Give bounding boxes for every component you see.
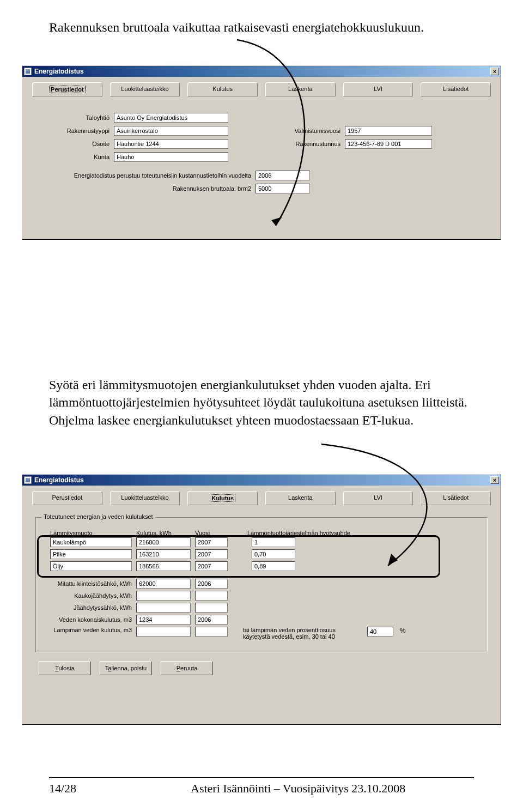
tab-perustiedot[interactable]: Perustiedot (32, 82, 102, 96)
label-lampimavesi: Lämpimän veden kulutus, m3 (50, 627, 132, 633)
tabs-1: Perustiedot Luokitteluasteikko Kulutus L… (32, 82, 491, 96)
label-jaahdytyssahko: Jäähdytyssähkö, kWh (50, 604, 132, 611)
label-lampimavesi-desc: tai lämpimän veden prosenttiosuus käytet… (243, 627, 363, 640)
heating-row: Öljy18656620070,89 (50, 561, 477, 571)
input-heating-kulutus[interactable]: 163210 (136, 549, 191, 559)
header-kulutus: Kulutus, kWh (136, 530, 191, 536)
label-osoite: Osoite (44, 141, 110, 147)
button-row: Tulosta Tallenna, poistu Peruuta (39, 661, 495, 675)
tab-luokittelu[interactable]: Luokitteluasteikko (110, 491, 180, 505)
input-lampimavesi-vuosi[interactable] (195, 627, 228, 637)
group-legend: Toteutuneet energian ja veden kulutukset (41, 513, 155, 520)
label-perustuu: Energiatodistus perustuu toteutuneisiin … (44, 172, 251, 179)
input-lampimavesi-pct[interactable]: 40 (367, 627, 393, 637)
label-vesikulutus: Veden kokonaiskulutus, m3 (50, 616, 132, 623)
input-heating-kulutus[interactable]: 216000 (136, 537, 191, 547)
input-rakennustunnus[interactable]: 123-456-7-89 D 001 (345, 139, 432, 149)
input-osoite[interactable]: Hauhontie 1244 (114, 139, 228, 149)
input-kiinteistosahko[interactable]: 62000 (136, 579, 191, 589)
heating-row: Kaukolämpö21600020071 (50, 537, 477, 547)
button-peruuta[interactable]: Peruuta (161, 661, 213, 675)
input-jaahdytyssahko-vuosi[interactable] (195, 603, 228, 613)
label-rakennustyyppi: Rakennustyyppi (44, 128, 110, 134)
label-kaukojaahdytys: Kaukojäähdytys, kWh (50, 592, 132, 599)
intro-text-1: Rakennuksen bruttoala vaikuttaa ratkaise… (49, 19, 474, 36)
input-kaukojaahdytys[interactable] (136, 591, 191, 601)
heating-row: Pilke16321020070,70 (50, 549, 477, 559)
tab-laskenta[interactable]: Laskenta (265, 82, 336, 96)
label-valmistumisvuosi: Valmistumisvuosi (270, 128, 340, 134)
tab-kulutus[interactable]: Kulutus (187, 491, 258, 505)
tab-laskenta[interactable]: Laskenta (265, 491, 336, 505)
footer-text: Asteri Isännöinti – Vuosipäivitys 23.10.… (191, 781, 474, 796)
grid-header: Lämmitysmuoto Kulutus, kWh Vuosi Lämmönt… (50, 530, 477, 536)
input-heating-suhde[interactable]: 0,70 (252, 549, 295, 559)
input-heating-suhde[interactable]: 1 (252, 537, 295, 547)
window-title-1: Energiatodistus (34, 68, 490, 75)
tab-luokittelu[interactable]: Luokitteluasteikko (110, 82, 180, 96)
tab-lvi[interactable]: LVI (343, 491, 413, 505)
input-bruttoala[interactable]: 5000 (256, 184, 310, 193)
window-kulutus: Energiatodistus × Perustiedot Luokittelu… (22, 474, 501, 725)
intro-text-2: Syötä eri lämmitysmuotojen energiankulut… (49, 376, 474, 429)
header-muoto: Lämmitysmuoto (50, 530, 132, 536)
close-icon[interactable]: × (490, 476, 499, 484)
page-footer: 14/28 Asteri Isännöinti – Vuosipäivitys … (49, 777, 474, 796)
button-tulosta[interactable]: Tulosta (39, 661, 91, 675)
input-vesikulutus[interactable]: 1234 (136, 615, 191, 625)
input-heating-vuosi[interactable]: 2007 (195, 549, 228, 559)
tab-perustiedot[interactable]: Perustiedot (32, 491, 102, 505)
label-pct-unit: % (400, 627, 406, 634)
input-kunta[interactable]: Hauho (114, 152, 228, 162)
button-tallenna[interactable]: Tallenna, poistu (100, 661, 152, 675)
input-valmistumisvuosi[interactable]: 1957 (345, 126, 432, 136)
tab-kulutus[interactable]: Kulutus (187, 82, 258, 96)
input-heating-kulutus[interactable]: 186566 (136, 561, 191, 571)
input-taloyhtio[interactable]: Asunto Oy Energiatodistus (114, 113, 228, 123)
label-kiinteistosahko: Mitattu kiinteistösähkö, kWh (50, 580, 132, 587)
tab-lisatiedot[interactable]: Lisätiedot (421, 491, 491, 505)
header-suhde: Lämmöntuottojärjestelmän hyötysuhde (247, 530, 378, 536)
tab-lisatiedot[interactable]: Lisätiedot (421, 82, 491, 96)
label-rakennustunnus: Rakennustunnus (270, 141, 340, 147)
label-kunta: Kunta (44, 154, 110, 160)
sys-icon (24, 68, 32, 75)
input-vesikulutus-vuosi[interactable]: 2006 (195, 615, 228, 625)
input-perustuu-vuosi[interactable]: 2006 (256, 171, 310, 180)
input-heating-muoto[interactable]: Kaukolämpö (50, 537, 132, 547)
sys-icon (24, 476, 32, 484)
window-perustiedot: Energiatodistus × Perustiedot Luokittelu… (22, 65, 501, 240)
titlebar-1: Energiatodistus × (22, 66, 501, 77)
label-bruttoala: Rakennuksen bruttoala, brm2 (44, 185, 251, 192)
input-lampimavesi[interactable] (136, 627, 191, 637)
footer-pagenum: 14/28 (49, 781, 114, 796)
input-heating-vuosi[interactable]: 2007 (195, 561, 228, 571)
input-heating-muoto[interactable]: Öljy (50, 561, 132, 571)
group-kulutukset: Toteutuneet energian ja veden kulutukset… (35, 517, 488, 652)
input-heating-muoto[interactable]: Pilke (50, 549, 132, 559)
close-icon[interactable]: × (490, 68, 499, 75)
tabs-2: Perustiedot Luokitteluasteikko Kulutus L… (32, 491, 491, 505)
label-taloyhtio: Taloyhtiö (44, 114, 110, 121)
input-heating-vuosi[interactable]: 2007 (195, 537, 228, 547)
window-title-2: Energiatodistus (34, 476, 490, 484)
input-heating-suhde[interactable]: 0,89 (252, 561, 295, 571)
header-vuosi: Vuosi (195, 530, 228, 536)
input-jaahdytyssahko[interactable] (136, 603, 191, 613)
input-kiinteistosahko-vuosi[interactable]: 2006 (195, 579, 228, 589)
input-kaukojaahdytys-vuosi[interactable] (195, 591, 228, 601)
tab-lvi[interactable]: LVI (343, 82, 413, 96)
input-rakennustyyppi[interactable]: Asuinkerrostalo (114, 126, 228, 136)
titlebar-2: Energiatodistus × (22, 475, 501, 486)
